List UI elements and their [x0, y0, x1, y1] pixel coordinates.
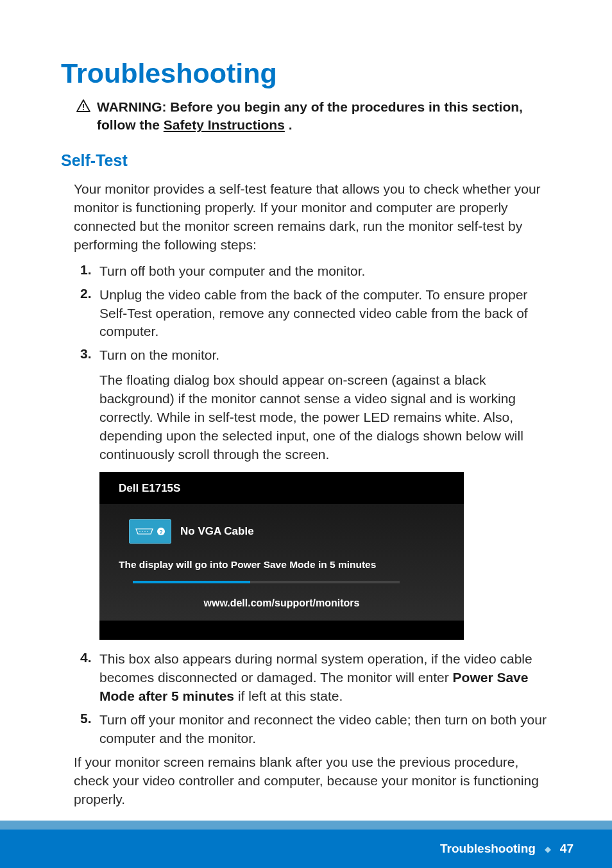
- step-text: Turn off your monitor and reconnect the …: [99, 711, 551, 748]
- steps-list-continued: 4. This box also appears during normal s…: [80, 650, 551, 748]
- step-text: Turn off both your computer and the moni…: [99, 262, 551, 281]
- steps-list: 1. Turn off both your computer and the m…: [80, 262, 551, 365]
- step-number: 3.: [80, 346, 99, 362]
- support-url: www.dell.com/support/monitors: [119, 597, 445, 609]
- step-number: 5.: [80, 711, 99, 726]
- list-item: 5. Turn off your monitor and reconnect t…: [80, 711, 551, 748]
- footer-bar: Troubleshooting ◆ 47: [0, 830, 612, 868]
- progress-fill: [133, 581, 250, 583]
- no-cable-row: ? No VGA Cable: [129, 519, 445, 544]
- warning-block: WARNING: Before you begin any of the pro…: [76, 98, 551, 135]
- list-item: 2. Unplug the video cable from the back …: [80, 286, 551, 342]
- step-text: Unplug the video cable from the back of …: [99, 286, 551, 342]
- dialog-model-label: Dell E1715S: [119, 482, 180, 494]
- svg-point-4: [144, 531, 146, 532]
- list-item: 1. Turn off both your computer and the m…: [80, 262, 551, 281]
- step-number: 2.: [80, 286, 99, 301]
- vga-cable-icon: ?: [129, 519, 171, 544]
- dialog-body: ? No VGA Cable The display will go into …: [99, 504, 464, 621]
- section-heading-self-test: Self-Test: [61, 151, 551, 170]
- step-text: Turn on the monitor.: [99, 346, 551, 365]
- svg-text:?: ?: [159, 529, 163, 535]
- footer-section-name: Troubleshooting: [440, 842, 536, 856]
- step-text: This box also appears during normal syst…: [99, 650, 551, 706]
- step-number: 4.: [80, 650, 99, 665]
- list-item: 3. Turn on the monitor.: [80, 346, 551, 365]
- warning-icon: [76, 99, 90, 115]
- intro-paragraph: Your monitor provides a self-test featur…: [74, 180, 551, 255]
- safety-instructions-link[interactable]: Safety Instructions: [164, 117, 285, 132]
- footer-diamond-icon: ◆: [545, 844, 551, 854]
- svg-point-1: [83, 109, 84, 110]
- svg-point-3: [142, 531, 143, 532]
- monitor-dialog: Dell E1715S ? No VGA Cable The display w…: [99, 472, 464, 640]
- page-title: Troubleshooting: [61, 58, 551, 89]
- question-icon: ?: [157, 527, 166, 536]
- step-number: 1.: [80, 262, 99, 278]
- sub-paragraph: The floating dialog box should appear on…: [99, 371, 551, 464]
- progress-bar: [133, 581, 400, 583]
- footer-page-number: 47: [560, 842, 574, 856]
- footer-accent-band: [0, 821, 612, 830]
- dialog-header: Dell E1715S: [99, 472, 464, 504]
- closing-paragraph: If your monitor screen remains blank aft…: [74, 753, 551, 809]
- list-item: 4. This box also appears during normal s…: [80, 650, 551, 706]
- no-cable-label: No VGA Cable: [180, 525, 254, 538]
- svg-point-5: [147, 531, 148, 532]
- power-save-message: The display will go into Power Save Mode…: [119, 559, 445, 571]
- warning-text: WARNING: Before you begin any of the pro…: [97, 98, 551, 135]
- svg-point-2: [139, 531, 140, 532]
